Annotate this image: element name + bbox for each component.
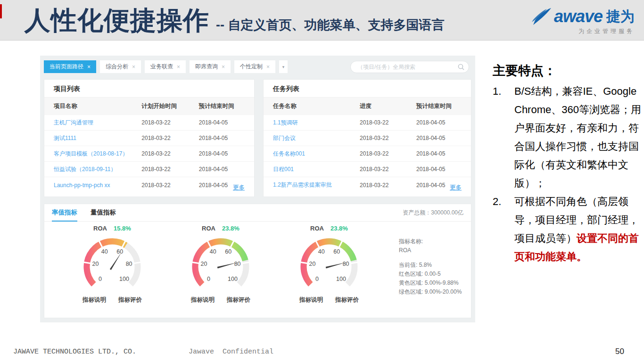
indicator-description-link[interactable]: 指标说明 <box>191 296 215 304</box>
task-link[interactable]: 任务名称001 <box>273 150 360 158</box>
table-row: 任务名称001 2018-03-22 2018-04-05 <box>264 146 471 162</box>
progress-date: 2018-03-22 <box>360 119 416 126</box>
svg-text:100: 100 <box>336 276 346 282</box>
tab-label: 个性定制 <box>240 63 263 71</box>
table-row: 恒益试验（2018-09-11） 2018-03-22 2018-04-05 <box>44 162 254 177</box>
close-icon[interactable]: × <box>132 64 135 70</box>
gauge-chart: 020406080100 <box>289 233 369 295</box>
gauge-name: ROA <box>310 225 324 232</box>
search-input[interactable] <box>350 61 469 73</box>
footer-company: JAWAVE TECHNOLOGIES LTD., CO. <box>13 348 136 356</box>
task-link[interactable]: 日程001 <box>273 165 360 173</box>
indicator-evaluation-link[interactable]: 指标评价 <box>335 296 359 304</box>
end-date: 2018-04-05 <box>199 166 245 173</box>
features-heading: 主要特点： <box>493 62 642 79</box>
col-task-name: 任务名称 <box>273 102 360 110</box>
project-link[interactable]: 客户项目模板（2018-08-17） <box>54 150 141 158</box>
tab-amount-indicators[interactable]: 量值指标 <box>91 204 116 222</box>
indicator-evaluation-link[interactable]: 指标评价 <box>118 296 142 304</box>
logo-brand-text: awave <box>554 7 603 26</box>
svg-text:100: 100 <box>228 276 238 282</box>
indicator-evaluation-link[interactable]: 指标评价 <box>227 296 250 304</box>
tab-label: 综合分析 <box>106 63 128 71</box>
close-icon[interactable]: × <box>266 64 270 70</box>
footer-confidential: Jawave Confidential <box>189 348 273 356</box>
feature-text: B/S结构，兼容IE、Google Chrome、360等浏览器；用户界面友好，… <box>514 85 641 189</box>
search-icon[interactable] <box>458 64 464 70</box>
end-date: 2018-04-05 <box>199 135 245 141</box>
svg-text:20: 20 <box>92 261 99 267</box>
more-link[interactable]: 更多 <box>233 184 245 192</box>
logo-swoosh-icon <box>531 7 553 26</box>
tab-label: 当前页面路径 <box>50 63 83 71</box>
page-number: 50 <box>615 347 624 356</box>
project-link[interactable]: 主机厂沟通管理 <box>54 119 141 127</box>
tab-comprehensive-analysis[interactable]: 综合分析 × <box>100 60 141 73</box>
gauge-block-1: ROA 15.8% 020406080100 指标说明 指标评价 <box>70 225 155 304</box>
tab-personalization[interactable]: 个性定制 × <box>234 60 275 73</box>
gauge-name: ROA <box>93 225 107 232</box>
feature-number: 2. <box>493 192 514 266</box>
task-link[interactable]: 1.1预调研 <box>273 119 360 127</box>
progress-date: 2018-03-22 <box>360 182 416 189</box>
tab-business-query[interactable]: 业务联查 × <box>145 60 186 73</box>
indicator-description-link[interactable]: 指标说明 <box>299 296 323 304</box>
svg-text:40: 40 <box>318 248 325 255</box>
project-link[interactable]: 测试1111 <box>54 134 141 142</box>
indicator-panel: 率值指标 量值指标 资产总额：300000.00亿 ROA 15.8% 0204… <box>44 204 471 318</box>
slide-footer: JAWAVE TECHNOLOGIES LTD., CO. Jawave Con… <box>0 343 644 362</box>
svg-text:0: 0 <box>99 276 102 282</box>
jawave-logo: awave 捷为 为企业管理服务 <box>517 7 635 35</box>
svg-text:80: 80 <box>126 261 132 267</box>
svg-text:40: 40 <box>210 248 216 255</box>
gauge-block-3: ROA 23.8% 020406080100 指标说明 指标评价 <box>287 225 372 304</box>
svg-text:0: 0 <box>207 276 210 282</box>
svg-text:20: 20 <box>200 261 207 267</box>
app-screenshot: 当前页面路径 × 综合分析 × 业务联查 × 即席查询 × 个性定制 × ▾ <box>40 56 475 322</box>
project-link[interactable]: Launch-pp-tmp-pch xx <box>54 182 141 189</box>
feature-item-2: 2. 可根据不同角色（高层领导，项目经理，部门经理，项目成员等）设置不同的首页和… <box>493 192 642 266</box>
indicator-name-label: 指标名称: <box>399 237 462 246</box>
tab-current-page-path[interactable]: 当前页面路径 × <box>44 60 96 73</box>
end-date: 2018-04-05 <box>416 119 462 126</box>
page-title: 人性化便捷操作 <box>25 0 209 41</box>
svg-text:60: 60 <box>116 248 123 255</box>
indicator-description-link[interactable]: 指标说明 <box>83 296 106 304</box>
table-row: 1.1预调研 2018-03-22 2018-04-05 <box>264 115 471 131</box>
col-expected-end: 预计结束时间 <box>199 102 245 110</box>
start-date: 2018-03-22 <box>141 166 199 173</box>
panel-title: 项目列表 <box>44 80 254 98</box>
end-date: 2018-04-05 <box>416 166 462 173</box>
task-link[interactable]: 1.2新产品需求提案审批 <box>273 181 360 189</box>
project-link[interactable]: 恒益试验（2018-09-11） <box>54 165 141 173</box>
end-date: 2018-04-05 <box>416 150 462 157</box>
feature-text-block: 主要特点： 1. B/S结构，兼容IE、Google Chrome、360等浏览… <box>493 62 642 266</box>
close-icon[interactable]: × <box>222 64 225 70</box>
svg-text:80: 80 <box>343 261 349 267</box>
indicator-current-value: 当前值: 5.8% <box>399 261 462 270</box>
svg-text:60: 60 <box>225 248 231 255</box>
red-accent-bar <box>0 4 2 18</box>
svg-text:100: 100 <box>119 276 129 282</box>
gauge-chart: 020406080100 <box>72 233 152 295</box>
tab-label: 业务联查 <box>150 63 173 71</box>
close-icon[interactable]: × <box>177 64 180 70</box>
tab-adhoc-query[interactable]: 即席查询 × <box>190 60 231 73</box>
tab-label: 即席查询 <box>195 63 218 71</box>
progress-date: 2018-03-22 <box>360 135 416 141</box>
more-link[interactable]: 更多 <box>450 184 462 192</box>
gauge-chart: 020406080100 <box>181 233 261 295</box>
task-link[interactable]: 部门会议 <box>273 134 360 142</box>
gauge-value: 23.8% <box>330 225 348 232</box>
progress-date: 2018-03-22 <box>360 166 416 173</box>
start-date: 2018-03-22 <box>141 135 199 141</box>
feature-number: 1. <box>493 82 514 192</box>
end-date: 2018-04-05 <box>199 119 245 126</box>
slide: 人性化便捷操作 -- 自定义首页、功能菜单、支持多国语言 awave 捷为 为企… <box>0 0 644 362</box>
svg-text:60: 60 <box>333 248 340 255</box>
app-tabbar: 当前页面路径 × 综合分析 × 业务联查 × 即席查询 × 个性定制 × ▾ <box>44 60 288 73</box>
tab-overflow-dropdown[interactable]: ▾ <box>279 60 288 73</box>
close-icon[interactable]: × <box>87 64 91 70</box>
indicator-red-zone: 红色区域: 0.00-5 <box>399 270 462 279</box>
tab-rate-indicators[interactable]: 率值指标 <box>52 204 77 222</box>
